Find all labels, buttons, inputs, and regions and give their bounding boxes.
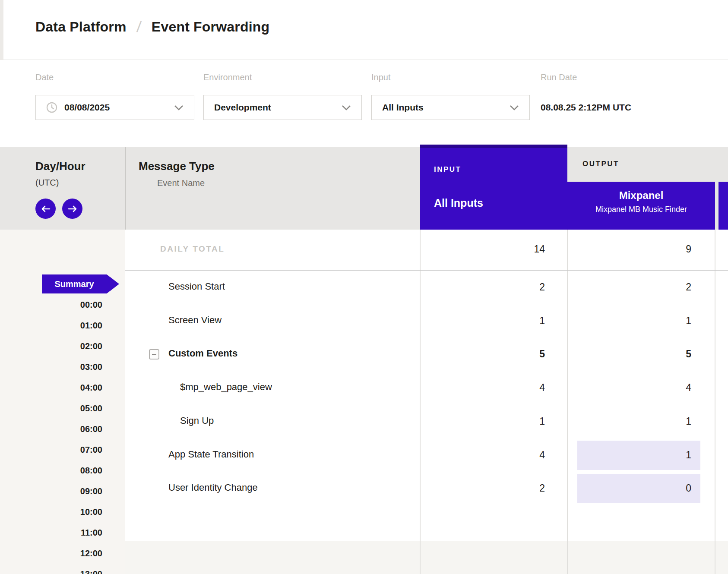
hour-item[interactable]: 07:00 [0,445,102,455]
input-count: 1 [384,416,545,427]
hour-item[interactable]: 08:00 [0,466,102,476]
event-name: Custom Events [168,348,237,359]
hour-item[interactable]: 00:00 [0,300,102,310]
input-count: 4 [384,449,545,461]
output-count: 2 [548,281,691,293]
input-count: 5 [384,348,545,360]
table-row: Sign Up11 [125,405,728,438]
table-rows: Session Start22Screen View11Custom Event… [125,0,728,574]
table-row: $mp_web_page_view44 [125,371,728,405]
event-name: $mp_web_page_view [180,382,272,393]
output-count: 4 [548,382,691,394]
hour-item[interactable]: 03:00 [0,362,102,372]
output-count: 1 [548,416,691,427]
collapse-minus-icon[interactable] [149,349,159,360]
hour-item[interactable]: 06:00 [0,424,102,434]
event-name: App State Transition [168,449,254,460]
output-count: 5 [548,348,691,360]
input-count: 2 [384,483,545,494]
output-count: 1 [548,315,691,327]
table-row: Screen View11 [125,304,728,338]
input-count: 2 [384,281,545,293]
table-row: User Identity Change20 [125,472,728,505]
hour-item[interactable]: 09:00 [0,486,102,496]
event-forwarding-page: Data Platform / Event Forwarding Date 08… [0,0,728,574]
hour-item[interactable]: 04:00 [0,383,102,393]
hour-item[interactable]: 13:00 [0,569,102,574]
hour-item[interactable]: 01:00 [0,321,102,331]
event-name: Screen View [168,315,222,326]
hour-item[interactable]: 02:00 [0,341,102,351]
hour-item[interactable]: 11:00 [0,528,102,538]
hour-list: 00:0001:0002:0003:0004:0005:0006:0007:00… [0,0,125,574]
table-row: Session Start22 [125,271,728,304]
hour-item[interactable]: 12:00 [0,549,102,558]
event-name: User Identity Change [168,482,258,493]
output-count: 0 [548,483,691,494]
table-row: Custom Events55 [125,337,728,371]
input-count: 4 [384,382,545,394]
event-name: Session Start [168,281,225,292]
hour-item[interactable]: 05:00 [0,404,102,413]
input-count: 1 [384,315,545,327]
hour-item[interactable]: 10:00 [0,507,102,517]
output-count: 1 [548,449,691,461]
event-name: Sign Up [180,415,214,426]
table-row: App State Transition41 [125,438,728,472]
